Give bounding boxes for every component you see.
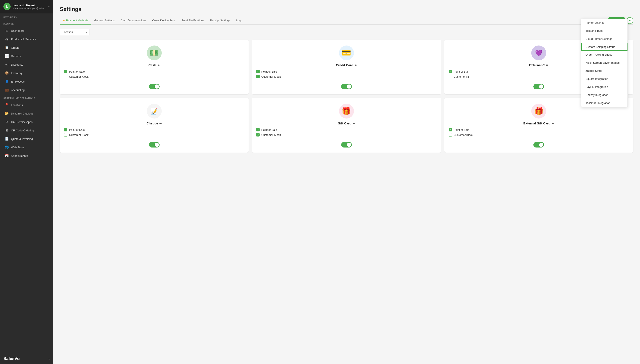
sidebar-item-label: On-Premise Apps [11, 120, 33, 124]
sidebar-item-employees[interactable]: 👤 Employees [1, 78, 52, 86]
tab-logo[interactable]: Logo [233, 17, 245, 24]
sidebar-item-on-premise-apps[interactable]: 🖥 On-Premise Apps [1, 118, 52, 126]
sidebar-item-label: Employees [11, 80, 25, 83]
external-edit-icon[interactable]: ✏ [546, 64, 548, 67]
invoice-icon: 📄 [5, 137, 9, 141]
dropdown-item-chowly-integration[interactable]: Chowly Integration [581, 91, 627, 99]
dropdown-item-paypal-integration[interactable]: PayPal Integration [581, 83, 627, 91]
ext-gift-toggle-wrap [449, 142, 629, 148]
ext-gift-pos-checkbox[interactable] [449, 128, 452, 132]
sidebar-collapse-button[interactable]: ‹ [49, 357, 50, 360]
sidebar-item-products-services[interactable]: 🛍 Products & Services [1, 35, 52, 43]
sidebar-item-dashboard[interactable]: ⊞ Dashboard [1, 27, 52, 35]
tab-email-notifications[interactable]: Email Notifications [178, 17, 207, 24]
credit-kiosk-checkbox[interactable] [256, 75, 260, 78]
gift-toggle[interactable] [341, 142, 352, 148]
sidebar-item-appointments[interactable]: 📅 Appointments [1, 152, 52, 160]
dropdown-item-cloud-printer[interactable]: Cloud Printer Settings [581, 35, 627, 43]
sidebar-item-quote-invoicing[interactable]: 📄 Quote & Invoicing [1, 135, 52, 143]
cheque-pos-option: Point of Sale [64, 128, 244, 132]
gift-kiosk-checkbox[interactable] [256, 133, 260, 136]
credit-edit-icon[interactable]: ✏ [355, 64, 357, 67]
cheque-card-options: Point of Sale Customer Kiosk [64, 128, 244, 138]
dropdown-item-tips-tabs[interactable]: Tips and Tabs [581, 27, 627, 35]
ext-gift-kiosk-checkbox[interactable] [449, 133, 452, 136]
sidebar-item-label: Reports [11, 54, 21, 58]
sidebar-item-locations[interactable]: 📍 Locations [1, 101, 52, 109]
web-store-icon: 🌐 [5, 145, 9, 150]
tab-payment-methods[interactable]: ★ Payment Methods [60, 17, 91, 24]
sidebar-item-dynamic-catalogs[interactable]: 📂 Dynamic Catalogs [1, 110, 52, 118]
credit-toggle-wrap [256, 84, 437, 89]
cash-pos-checkbox[interactable] [64, 70, 67, 73]
external-toggle[interactable] [533, 84, 544, 89]
external-pos-checkbox[interactable] [449, 70, 452, 73]
sidebar-item-discounts[interactable]: 🏷 Discounts [1, 60, 52, 68]
tab-cross-device-sync[interactable]: Cross Device Sync [149, 17, 178, 24]
dropdown-item-zapper-setup[interactable]: Zapper Setup [581, 67, 627, 75]
dropdown-item-square-integration[interactable]: Square Integration [581, 75, 627, 83]
cheque-kiosk-checkbox[interactable] [64, 133, 67, 136]
sidebar-item-inventory[interactable]: 📦 Inventory [1, 69, 52, 77]
cheque-kiosk-option: Customer Kiosk [64, 133, 244, 136]
dashboard-icon: ⊞ [5, 28, 9, 33]
tab-general-settings[interactable]: General Settings [91, 17, 118, 24]
dropdown-item-tessitura-integration[interactable]: Tessitura Integration [581, 99, 627, 107]
ext-gift-toggle[interactable] [533, 142, 544, 148]
external-card-title: External C ✏ [529, 63, 548, 67]
cash-edit-icon[interactable]: ✏ [157, 64, 160, 67]
gift-edit-icon[interactable]: ✏ [353, 122, 355, 125]
sidebar-footer: SalesVu ‹ [0, 353, 53, 364]
cheque-toggle[interactable] [149, 142, 160, 148]
appointments-icon: 📅 [5, 154, 9, 158]
cash-kiosk-checkbox[interactable] [64, 75, 67, 78]
location-select[interactable]: Location 1 Location 2 Location 3 [60, 29, 89, 35]
external-gift-card-options: Point of Sale Customer Kiosk [449, 128, 629, 138]
accounting-icon: 💼 [5, 88, 9, 92]
tab-cash-denominations[interactable]: Cash Denominations [118, 17, 149, 24]
external-gift-edit-icon[interactable]: ✏ [552, 122, 554, 125]
external-card-icon: 💜 [531, 46, 546, 60]
dropdown-item-printer-settings[interactable]: Printer Settings [581, 19, 627, 27]
salesvu-logo: SalesVu [4, 356, 20, 361]
credit-card-title: Credit Card ✏ [336, 63, 357, 67]
external-gift-icon: 🎁 [531, 104, 546, 118]
sidebar-item-orders[interactable]: 📋 Orders [1, 44, 52, 52]
settings-page: Settings ★ Payment Methods General Setti… [53, 0, 640, 364]
reports-icon: 📊 [5, 54, 9, 58]
user-email: ahmetsalesvusuppport@sales... [13, 7, 47, 10]
sidebar-item-reports[interactable]: 📊 Reports [1, 52, 52, 60]
cash-toggle[interactable] [149, 84, 160, 89]
sidebar-item-accounting[interactable]: 💼 Accounting [1, 86, 52, 94]
user-name: Leonardo Bryant [13, 4, 47, 7]
favorites-section-label: Favorites [0, 13, 53, 20]
dropdown-item-custom-shipping[interactable]: Custom Shipping Status [581, 43, 627, 51]
gift-card-title: Gift Card ✏ [338, 122, 355, 125]
location-select-wrapper: Location 1 Location 2 Location 3 [60, 29, 89, 35]
sidebar-item-qr-code-ordering[interactable]: ⊞ QR Code Ordering [1, 126, 52, 134]
cheque-pos-checkbox[interactable] [64, 128, 67, 132]
user-profile[interactable]: L Leonardo Bryant ahmetsalesvusuppport@s… [0, 0, 53, 13]
sidebar-item-label: Quote & Invoicing [11, 137, 33, 140]
avatar: L [4, 3, 11, 10]
dropdown-item-order-tracking[interactable]: Order Tracking Status [581, 51, 627, 59]
discounts-icon: 🏷 [5, 62, 9, 67]
tabs-bar: ★ Payment Methods General Settings Cash … [60, 17, 633, 24]
credit-pos-checkbox[interactable] [256, 70, 260, 73]
employees-icon: 👤 [5, 79, 9, 84]
external-kiosk-checkbox[interactable] [449, 75, 452, 78]
sidebar-item-label: Accounting [11, 88, 25, 92]
sidebar-item-label: Dashboard [11, 29, 25, 32]
sidebar-item-label: Web Store [11, 146, 24, 149]
external-gift-card-title: External Gift Card ✏ [523, 122, 554, 125]
page-title: Settings [60, 6, 633, 12]
gift-pos-checkbox[interactable] [256, 128, 260, 132]
dropdown-item-kiosk-screen-saver[interactable]: Kiosk Screen Saver Images [581, 59, 627, 67]
gift-kiosk-option: Customer Kiosk [256, 133, 437, 136]
cheque-edit-icon[interactable]: ✏ [159, 122, 162, 125]
sidebar-item-label: QR Code Ordering [11, 129, 34, 132]
tab-receipt-settings[interactable]: Receipt Settings [207, 17, 233, 24]
credit-toggle[interactable] [341, 84, 352, 89]
sidebar-item-web-store[interactable]: 🌐 Web Store [1, 143, 52, 151]
credit-card-options: Point of Sale Customer Kiosk [256, 70, 437, 80]
